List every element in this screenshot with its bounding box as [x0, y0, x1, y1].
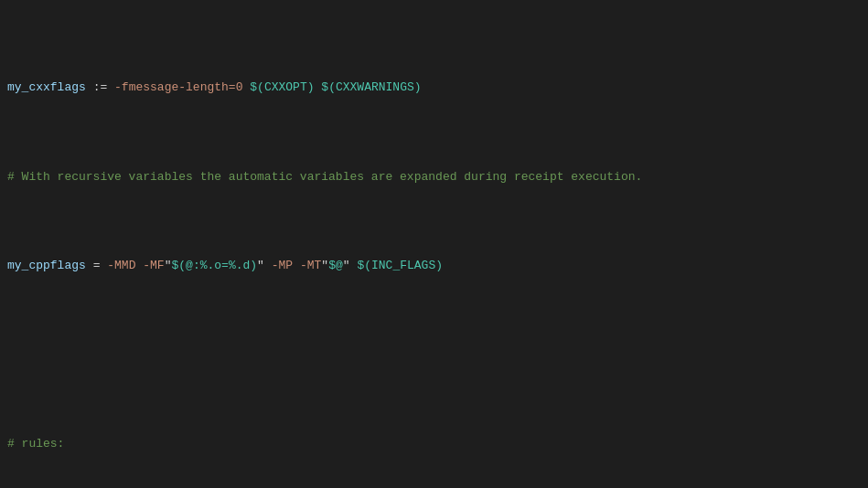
line-empty-1 — [0, 346, 868, 365]
var-my-cxxflags: my_cxxflags — [7, 79, 86, 97]
line-1: my_cxxflags := -fmessage-length=0 $(CXXO… — [0, 79, 868, 97]
comment-recursive: # With recursive variables the automatic… — [7, 168, 642, 186]
line-3: my_cppflags = -MMD -MF"$(@:%.o=%.d)" -MP… — [0, 257, 868, 275]
code-editor: my_cxxflags := -fmessage-length=0 $(CXXO… — [0, 0, 868, 488]
line-comment-rules: # rules: — [0, 435, 868, 453]
line-2: # With recursive variables the automatic… — [0, 168, 868, 186]
